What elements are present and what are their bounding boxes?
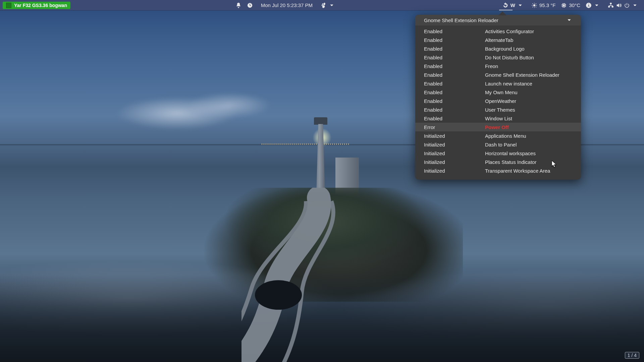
extension-name: Launch new instance — [485, 81, 572, 86]
extension-name: Freon — [485, 63, 572, 69]
wallpaper-clouds — [107, 84, 282, 137]
extension-name: Transparent Workspace Area — [485, 168, 572, 174]
menu-title: Gnome Shell Extension Reloader — [424, 17, 498, 23]
extension-row[interactable]: InitializedPlaces Status Indicator — [415, 158, 581, 166]
workspace-indicator[interactable]: 1 / 4 — [625, 352, 639, 359]
caret-down-icon — [566, 17, 572, 23]
weather-temp: 95.3 °F — [539, 2, 556, 8]
extension-status: Initialized — [424, 159, 485, 165]
extension-status: Enabled — [424, 28, 485, 34]
wallpaper-walkway — [241, 188, 416, 362]
extension-status: Enabled — [424, 72, 485, 78]
refresh-icon — [502, 2, 508, 8]
extension-name: OpenWeather — [485, 98, 572, 104]
extension-status: Initialized — [424, 150, 485, 156]
gnome-foot-icon — [321, 2, 327, 8]
system-menu[interactable] — [605, 0, 641, 10]
cpu-temp: 30°C — [569, 2, 580, 8]
caret-down-icon — [632, 2, 638, 8]
gnome-top-bar: Yar F32 GS3.36 bogwan Mon Jul 20 5:23:37… — [0, 0, 644, 10]
activities-label: Yar F32 GS3.36 bogwan — [14, 3, 67, 8]
date-time-label: Mon Jul 20 5:23:37 PM — [261, 2, 313, 8]
svg-line-10 — [536, 3, 536, 4]
caret-down-icon — [329, 2, 335, 8]
extension-name: My Own Menu — [485, 89, 572, 95]
extension-row[interactable]: InitializedApplications Menu — [415, 131, 581, 140]
caret-down-icon — [517, 2, 523, 8]
extension-name: User Themes — [485, 107, 572, 113]
extension-name: Do Not Disturb Button — [485, 55, 572, 60]
extension-row[interactable]: EnabledGnome Shell Extension Reloader — [415, 70, 581, 79]
extension-row[interactable]: EnabledUser Themes — [415, 105, 581, 114]
extension-row[interactable]: ErrorPower Off — [415, 123, 581, 131]
extension-name: Window List — [485, 116, 572, 121]
svg-point-22 — [588, 3, 589, 4]
gnome-foot-menu[interactable] — [318, 0, 337, 10]
chip-icon — [561, 2, 567, 8]
extension-reloader-menu: Gnome Shell Extension Reloader EnabledAc… — [415, 15, 581, 180]
extension-status: Enabled — [424, 107, 485, 113]
extension-row[interactable]: EnabledFreon — [415, 62, 581, 70]
extension-status: Enabled — [424, 89, 485, 95]
extension-name: Background Logo — [485, 46, 572, 52]
workspace-label: 1 / 4 — [628, 353, 637, 358]
weather-button[interactable]: 95.3 °F — [529, 0, 558, 10]
date-time[interactable]: Mon Jul 20 5:23:37 PM — [258, 0, 315, 10]
bell-icon — [235, 2, 241, 8]
extension-name: Dash to Panel — [485, 142, 572, 147]
extension-status: Initialized — [424, 168, 485, 174]
extension-row[interactable]: EnabledBackground Logo — [415, 44, 581, 53]
extension-name: Activities Configurator — [485, 28, 572, 34]
activities-badge[interactable]: Yar F32 GS3.36 bogwan — [3, 2, 70, 9]
extension-row[interactable]: EnabledMy Own Menu — [415, 88, 581, 97]
accessibility-menu[interactable] — [583, 0, 602, 10]
weather-sunny-icon — [531, 2, 537, 8]
extension-name: Power Off — [485, 124, 572, 130]
extension-name: Horizontal workspaces — [485, 150, 572, 156]
extension-row[interactable]: InitializedTransparent Workspace Area — [415, 166, 581, 175]
extension-row[interactable]: EnabledAlternateTab — [415, 36, 581, 44]
extension-status: Enabled — [424, 116, 485, 121]
clock-menu[interactable] — [244, 0, 256, 10]
extension-status: Initialized — [424, 142, 485, 147]
dnd-button[interactable] — [233, 0, 244, 10]
activities-icon — [6, 3, 11, 8]
network-icon — [608, 2, 614, 8]
wallpaper-city-lights — [262, 143, 349, 145]
reloader-letter: W — [511, 2, 515, 8]
extension-row[interactable]: EnabledLaunch new instance — [415, 79, 581, 88]
extension-row[interactable]: InitializedDash to Panel — [415, 140, 581, 149]
power-icon — [624, 2, 630, 8]
clock-icon — [247, 2, 253, 8]
svg-rect-25 — [612, 6, 613, 7]
extension-status: Initialized — [424, 133, 485, 139]
extension-row[interactable]: EnabledWindow List — [415, 114, 581, 123]
wallpaper-lighthouse-top — [314, 117, 327, 125]
extension-name: Places Status Indicator — [485, 159, 572, 165]
active-indicator — [499, 10, 513, 10]
menu-arrow — [498, 11, 506, 15]
extension-row[interactable]: EnabledOpenWeather — [415, 97, 581, 105]
extension-status: Enabled — [424, 81, 485, 86]
extension-reloader-button[interactable]: W — [500, 0, 526, 10]
extension-status: Enabled — [424, 46, 485, 52]
accessibility-icon — [586, 2, 592, 8]
extension-name: AlternateTab — [485, 37, 572, 43]
extension-status: Enabled — [424, 55, 485, 60]
extension-row[interactable]: EnabledDo Not Disturb Button — [415, 53, 581, 62]
extension-row[interactable]: InitializedHorizontal workspaces — [415, 149, 581, 158]
svg-rect-24 — [608, 6, 610, 7]
extension-status: Enabled — [424, 63, 485, 69]
volume-icon — [616, 2, 622, 8]
extension-name: Gnome Shell Extension Reloader — [485, 72, 572, 78]
extension-status: Error — [424, 124, 485, 130]
svg-line-8 — [536, 7, 536, 7]
extension-row[interactable]: EnabledActivities Configurator — [415, 27, 581, 36]
svg-line-7 — [532, 3, 533, 4]
menu-header[interactable]: Gnome Shell Extension Reloader — [415, 15, 581, 25]
cpu-temp-button[interactable]: 30°C — [558, 0, 583, 10]
svg-rect-12 — [563, 4, 565, 6]
svg-point-2 — [533, 4, 535, 6]
svg-rect-23 — [610, 3, 612, 4]
extension-status: Enabled — [424, 98, 485, 104]
